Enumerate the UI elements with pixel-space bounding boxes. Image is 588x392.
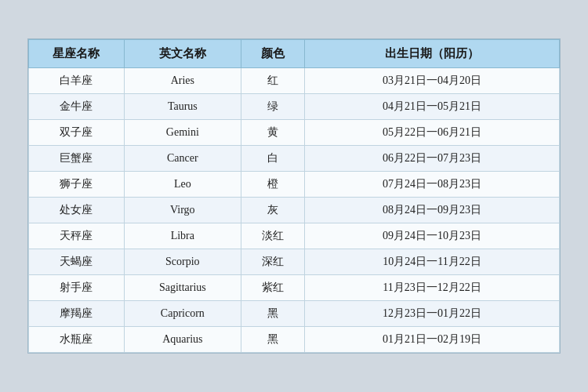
table-row: 巨蟹座Cancer白06月22日一07月23日: [29, 146, 560, 172]
table-row: 天秤座Libra淡红09月24日一10月23日: [29, 223, 560, 249]
cell-chinese: 白羊座: [29, 68, 125, 94]
cell-color: 淡红: [241, 223, 304, 249]
cell-date: 11月23日一12月22日: [305, 275, 560, 301]
table-row: 摩羯座Capricorn黑12月23日一01月22日: [29, 301, 560, 327]
table-row: 双子座Gemini黄05月22日一06月21日: [29, 120, 560, 146]
cell-english: Gemini: [124, 120, 241, 146]
table-body: 白羊座Aries红03月21日一04月20日金牛座Taurus绿04月21日一0…: [29, 68, 560, 353]
cell-chinese: 巨蟹座: [29, 146, 125, 172]
table-row: 处女座Virgo灰08月24日一09月23日: [29, 198, 560, 223]
cell-color: 绿: [241, 94, 304, 120]
cell-date: 06月22日一07月23日: [305, 146, 560, 172]
cell-chinese: 金牛座: [29, 94, 125, 120]
table-row: 金牛座Taurus绿04月21日一05月21日: [29, 94, 560, 120]
cell-color: 红: [241, 68, 304, 94]
cell-english: Libra: [124, 223, 241, 249]
table-row: 天蝎座Scorpio深红10月24日一11月22日: [29, 249, 560, 275]
cell-english: Cancer: [124, 146, 241, 172]
cell-chinese: 天蝎座: [29, 249, 125, 275]
cell-date: 08月24日一09月23日: [305, 198, 560, 223]
cell-date: 05月22日一06月21日: [305, 120, 560, 146]
table-header-row: 星座名称 英文名称 颜色 出生日期（阳历）: [29, 40, 560, 68]
cell-chinese: 狮子座: [29, 172, 125, 198]
cell-color: 黑: [241, 301, 304, 327]
header-color: 颜色: [241, 40, 304, 68]
cell-english: Leo: [124, 172, 241, 198]
cell-english: Aries: [124, 68, 241, 94]
header-chinese: 星座名称: [29, 40, 125, 68]
table-row: 狮子座Leo橙07月24日一08月23日: [29, 172, 560, 198]
cell-chinese: 双子座: [29, 120, 125, 146]
cell-date: 03月21日一04月20日: [305, 68, 560, 94]
cell-date: 07月24日一08月23日: [305, 172, 560, 198]
cell-date: 04月21日一05月21日: [305, 94, 560, 120]
cell-color: 黄: [241, 120, 304, 146]
table-row: 水瓶座Aquarius黑01月21日一02月19日: [29, 327, 560, 353]
cell-color: 白: [241, 146, 304, 172]
cell-english: Virgo: [124, 198, 241, 223]
cell-chinese: 处女座: [29, 198, 125, 223]
cell-chinese: 天秤座: [29, 223, 125, 249]
cell-date: 10月24日一11月22日: [305, 249, 560, 275]
table-row: 射手座Sagittarius紫红11月23日一12月22日: [29, 275, 560, 301]
cell-date: 01月21日一02月19日: [305, 327, 560, 353]
cell-date: 09月24日一10月23日: [305, 223, 560, 249]
cell-color: 深红: [241, 249, 304, 275]
cell-color: 黑: [241, 327, 304, 353]
cell-english: Scorpio: [124, 249, 241, 275]
cell-chinese: 摩羯座: [29, 301, 125, 327]
cell-color: 灰: [241, 198, 304, 223]
cell-chinese: 射手座: [29, 275, 125, 301]
cell-chinese: 水瓶座: [29, 327, 125, 353]
cell-english: Capricorn: [124, 301, 241, 327]
header-english: 英文名称: [124, 40, 241, 68]
cell-date: 12月23日一01月22日: [305, 301, 560, 327]
cell-english: Aquarius: [124, 327, 241, 353]
table-row: 白羊座Aries红03月21日一04月20日: [29, 68, 560, 94]
cell-color: 橙: [241, 172, 304, 198]
header-date: 出生日期（阳历）: [305, 40, 560, 68]
zodiac-table: 星座名称 英文名称 颜色 出生日期（阳历） 白羊座Aries红03月21日一04…: [28, 39, 560, 353]
cell-english: Sagittarius: [124, 275, 241, 301]
cell-color: 紫红: [241, 275, 304, 301]
cell-english: Taurus: [124, 94, 241, 120]
zodiac-table-container: 星座名称 英文名称 颜色 出生日期（阳历） 白羊座Aries红03月21日一04…: [27, 38, 561, 354]
